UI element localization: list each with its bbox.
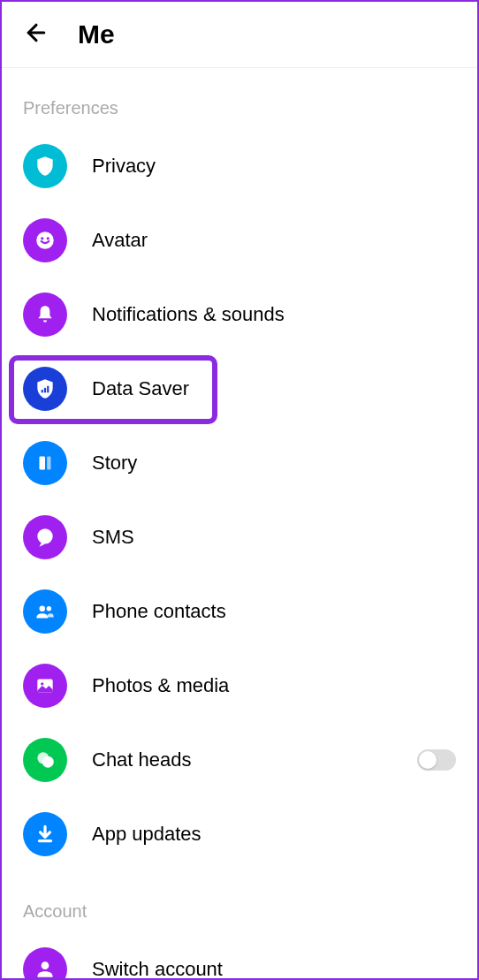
- section-preferences-label: Preferences: [2, 68, 477, 129]
- svg-point-9: [37, 528, 52, 543]
- svg-point-10: [40, 606, 46, 612]
- svg-rect-6: [47, 386, 49, 393]
- preferences-list: Privacy Avatar Notifications & sounds Da…: [2, 129, 477, 871]
- download-icon: [23, 812, 67, 856]
- chat-heads-toggle[interactable]: [417, 749, 456, 771]
- bell-icon: [23, 292, 67, 337]
- list-item-notifications[interactable]: Notifications & sounds: [2, 277, 477, 352]
- section-account-label: Account: [2, 871, 477, 932]
- svg-point-11: [47, 606, 51, 611]
- item-label: Switch account: [92, 958, 223, 980]
- account-list: Switch account: [2, 932, 477, 980]
- list-item-chat-heads[interactable]: Chat heads: [2, 723, 477, 797]
- list-item-switch-account[interactable]: Switch account: [2, 932, 477, 980]
- item-label: Data Saver: [92, 377, 189, 400]
- list-item-sms[interactable]: SMS: [2, 500, 477, 574]
- header: Me: [2, 2, 477, 68]
- back-button[interactable]: [23, 19, 49, 49]
- item-label: SMS: [92, 526, 134, 549]
- svg-rect-7: [40, 456, 46, 469]
- item-label: App updates: [92, 823, 201, 846]
- image-icon: [23, 664, 67, 708]
- svg-point-2: [41, 237, 43, 239]
- list-item-privacy[interactable]: Privacy: [2, 129, 477, 203]
- chat-heads-icon: [23, 738, 67, 782]
- list-item-app-updates[interactable]: App updates: [2, 797, 477, 871]
- back-arrow-icon: [23, 19, 49, 46]
- item-label: Notifications & sounds: [92, 303, 285, 326]
- avatar-icon: [23, 218, 67, 262]
- data-saver-shield-icon: [23, 367, 67, 411]
- svg-point-15: [42, 756, 54, 768]
- item-label: Phone contacts: [92, 600, 226, 623]
- svg-point-3: [47, 237, 49, 239]
- shield-icon: [23, 144, 67, 188]
- item-label: Photos & media: [92, 674, 229, 697]
- story-icon: [23, 441, 67, 485]
- list-item-avatar[interactable]: Avatar: [2, 203, 477, 277]
- switch-account-icon: [23, 947, 67, 980]
- contacts-icon: [23, 589, 67, 634]
- list-item-data-saver[interactable]: Data Saver: [2, 352, 477, 426]
- item-label: Privacy: [92, 155, 156, 178]
- item-label: Avatar: [92, 229, 148, 252]
- item-label: Chat heads: [92, 748, 192, 771]
- svg-rect-5: [44, 388, 46, 392]
- list-item-phone-contacts[interactable]: Phone contacts: [2, 574, 477, 649]
- list-item-photos-media[interactable]: Photos & media: [2, 649, 477, 723]
- svg-point-17: [42, 961, 49, 969]
- list-item-story[interactable]: Story: [2, 426, 477, 500]
- page-title: Me: [78, 19, 115, 49]
- svg-point-13: [41, 682, 43, 685]
- svg-rect-8: [47, 456, 50, 469]
- chat-bubble-icon: [23, 515, 67, 559]
- svg-point-1: [36, 232, 54, 249]
- item-label: Story: [92, 452, 137, 475]
- svg-rect-4: [42, 390, 43, 392]
